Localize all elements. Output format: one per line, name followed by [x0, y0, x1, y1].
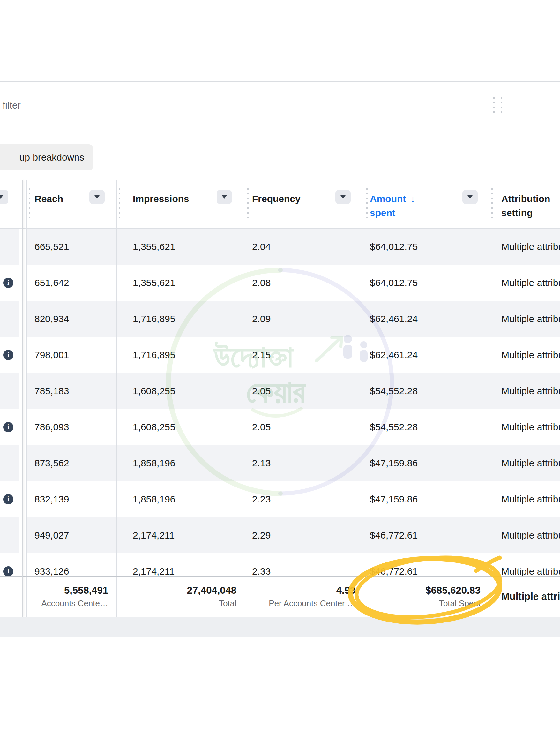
cell-reach: 798,001	[26, 337, 116, 373]
cell-reach: 665,521	[26, 229, 116, 265]
cell-attribution: Multiple attribution settings	[489, 373, 560, 409]
totals-cut-column	[0, 576, 19, 617]
column-label: Attribution	[501, 192, 560, 206]
cell-amount-spent: $62,461.24	[364, 337, 489, 373]
cell-amount-spent: $54,552.28	[364, 373, 489, 409]
cell-impressions: 1,716,895	[116, 337, 245, 373]
table-footer-band	[0, 617, 560, 637]
cell-reach: 651,642	[26, 265, 116, 301]
cell-frequency: 2.05	[245, 373, 364, 409]
chevron-down-icon	[468, 196, 473, 199]
totals-impressions-label: Total	[219, 598, 236, 609]
cell-attribution: Multiple attribution settings	[489, 337, 560, 373]
cell-amount-spent: $64,012.75	[364, 229, 489, 265]
totals-reach-label: Accounts Cente…	[41, 598, 108, 609]
totals-impressions: 27,404,048 Total	[116, 576, 245, 617]
drag-handle-icon	[119, 188, 120, 221]
row-cut-column: i	[0, 445, 19, 481]
cell-reach: 820,934	[26, 301, 116, 337]
cell-reach: 832,139	[26, 481, 116, 517]
column-menu-chevron-down-icon[interactable]	[89, 190, 105, 204]
totals-impressions-value: 27,404,048	[187, 585, 236, 596]
drag-handle-icon	[491, 188, 493, 221]
drag-handle-icon	[493, 97, 495, 114]
table-row[interactable]: i 949,027 2,174,211 2.29 $46,772.61 Mult…	[0, 517, 560, 553]
cell-attribution: Multiple attribution settings	[489, 481, 560, 517]
column-header-impressions[interactable]: Impressions	[116, 180, 245, 228]
column-menu-chevron-down-icon[interactable]	[336, 190, 351, 204]
breakdowns-chip-label: up breakdowns	[20, 152, 84, 163]
totals-amount-spent-label: Total Spent	[439, 598, 481, 609]
cell-amount-spent: $64,012.75	[364, 265, 489, 301]
cell-impressions: 1,355,621	[116, 265, 245, 301]
cell-reach: 785,183	[26, 373, 116, 409]
column-label-line2: setting	[501, 206, 560, 220]
info-icon[interactable]: i	[3, 566, 14, 576]
cell-frequency: 2.13	[245, 445, 364, 481]
cell-reach: 873,562	[26, 445, 116, 481]
table-row[interactable]: i 820,934 1,716,895 2.09 $62,461.24 Mult…	[0, 301, 560, 337]
cell-frequency: 2.29	[245, 517, 364, 553]
chevron-down-icon	[222, 196, 227, 199]
table-header: Reach Impressions Frequency Amount↓ spen…	[0, 180, 560, 229]
data-table: Reach Impressions Frequency Amount↓ spen…	[0, 180, 560, 589]
table-row[interactable]: i 832,139 1,858,196 2.23 $47,159.86 Mult…	[0, 481, 560, 517]
cell-amount-spent: $47,159.86	[364, 445, 489, 481]
cell-frequency: 2.15	[245, 337, 364, 373]
table-row[interactable]: i 873,562 1,858,196 2.13 $47,159.86 Mult…	[0, 445, 560, 481]
header-cut-column	[0, 180, 19, 228]
cell-frequency: 2.05	[245, 409, 364, 445]
column-header-amount-spent[interactable]: Amount↓ spent	[364, 180, 489, 228]
cell-attribution: Multiple attribution settings	[489, 445, 560, 481]
cell-amount-spent: $46,772.61	[364, 517, 489, 553]
totals-attribution-value: Multiple attribution settings	[501, 591, 560, 602]
totals-amount-spent: $685,620.83 Total Spent	[364, 576, 489, 617]
column-menu-chevron-down-icon[interactable]	[0, 190, 8, 204]
column-header-frequency[interactable]: Frequency	[245, 180, 364, 228]
table-body: i 665,521 1,355,621 2.04 $64,012.75 Mult…	[0, 229, 560, 589]
frozen-pane-divider	[22, 180, 23, 617]
info-icon[interactable]: i	[3, 278, 14, 288]
cell-reach: 949,027	[26, 517, 116, 553]
cell-impressions: 1,716,895	[116, 301, 245, 337]
totals-row: 5,558,491 Accounts Cente… 27,404,048 Tot…	[0, 576, 560, 617]
column-menu-chevron-down-icon[interactable]	[217, 190, 232, 204]
row-cut-column: i	[0, 373, 19, 409]
cell-frequency: 2.08	[245, 265, 364, 301]
totals-attribution: Multiple attribution settings	[489, 576, 560, 617]
cell-amount-spent: $47,159.86	[364, 481, 489, 517]
column-header-reach[interactable]: Reach	[26, 180, 116, 228]
row-cut-column: i	[0, 409, 19, 445]
drag-handle-icon	[29, 188, 30, 221]
row-cut-column: i	[0, 265, 19, 301]
row-cut-column: i	[0, 481, 19, 517]
table-row[interactable]: i 651,642 1,355,621 2.08 $64,012.75 Mult…	[0, 265, 560, 301]
table-row[interactable]: i 786,093 1,608,255 2.05 $54,552.28 Mult…	[0, 409, 560, 445]
info-icon[interactable]: i	[3, 422, 14, 432]
cell-frequency: 2.23	[245, 481, 364, 517]
cell-attribution: Multiple attribution settings	[489, 265, 560, 301]
row-cut-column: i	[0, 301, 19, 337]
table-row[interactable]: i 785,183 1,608,255 2.05 $54,552.28 Mult…	[0, 373, 560, 409]
cell-impressions: 1,858,196	[116, 445, 245, 481]
filter-label: filter	[3, 100, 21, 111]
cell-impressions: 1,858,196	[116, 481, 245, 517]
info-icon[interactable]: i	[3, 494, 14, 505]
row-cut-column: i	[0, 229, 19, 265]
table-row[interactable]: i 665,521 1,355,621 2.04 $64,012.75 Mult…	[0, 229, 560, 265]
cell-amount-spent: $54,552.28	[364, 409, 489, 445]
column-header-attribution-setting[interactable]: Attribution setting	[489, 180, 560, 228]
chevron-down-icon	[95, 196, 100, 199]
info-icon[interactable]: i	[3, 350, 14, 360]
breakdowns-chip[interactable]: up breakdowns	[0, 144, 93, 171]
drag-handle-icon	[366, 188, 368, 221]
cell-attribution: Multiple attribution settings	[489, 517, 560, 553]
row-cut-column: i	[0, 517, 19, 553]
cell-impressions: 1,608,255	[116, 373, 245, 409]
filter-toolbar[interactable]: filter	[0, 81, 560, 129]
totals-frequency-value: 4.93	[336, 585, 355, 596]
table-row[interactable]: i 798,001 1,716,895 2.15 $62,461.24 Mult…	[0, 337, 560, 373]
totals-amount-spent-value: $685,620.83	[426, 585, 481, 596]
chevron-down-icon	[341, 196, 346, 199]
column-menu-chevron-down-icon[interactable]	[462, 190, 478, 204]
